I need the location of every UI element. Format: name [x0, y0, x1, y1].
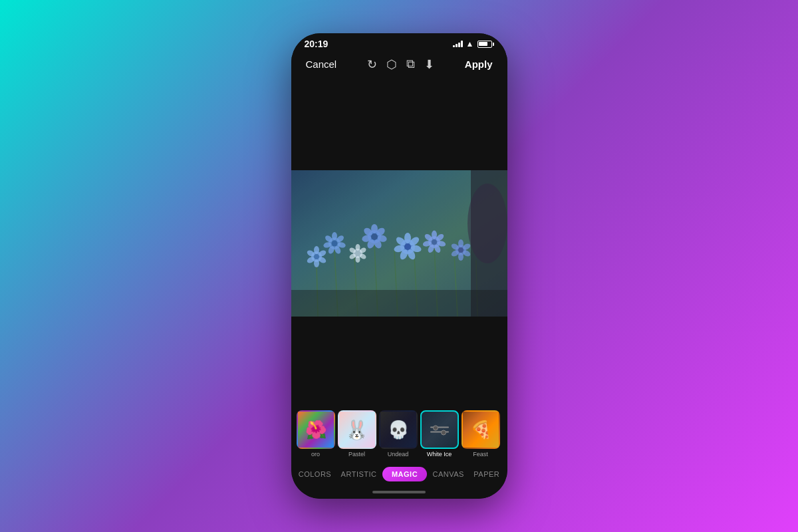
tab-paper[interactable]: PAPER — [469, 467, 503, 481]
filter-thumb-oro: 🌺 — [297, 410, 335, 449]
filter-pastel[interactable]: Pastel — [338, 410, 376, 458]
image-area — [291, 79, 507, 408]
white-ice-icon — [430, 427, 449, 433]
filter-thumb-pastel — [338, 410, 376, 449]
filter-oro[interactable]: 🌺 oro — [297, 410, 335, 458]
wifi-icon: ▲ — [466, 39, 474, 49]
filter-undead[interactable]: Undead — [379, 410, 418, 458]
toolbar: Cancel ↻ ⬡ ⧉ ⬇ Apply — [291, 52, 507, 79]
download-icon[interactable]: ⬇ — [424, 57, 434, 72]
eraser-icon[interactable]: ⬡ — [386, 57, 397, 72]
main-image — [291, 170, 507, 317]
tab-canvas[interactable]: CANVAS — [428, 467, 467, 481]
category-tabs: COLORS ARTISTIC MAGIC CANVAS PAPER — [291, 462, 507, 488]
status-bar: 20:19 ▲ — [291, 33, 507, 52]
status-icons: ▲ — [453, 39, 494, 49]
filter-white-ice[interactable]: White Ice — [420, 410, 459, 458]
filter-label-white-ice: White Ice — [427, 451, 452, 458]
layers-icon[interactable]: ⧉ — [406, 57, 415, 71]
svg-rect-72 — [291, 170, 507, 317]
tab-artistic[interactable]: ARTISTIC — [337, 467, 381, 481]
tab-magic[interactable]: MAGIC — [382, 467, 427, 481]
redo-icon[interactable]: ↻ — [367, 57, 377, 72]
cancel-button[interactable]: Cancel — [302, 56, 341, 72]
home-indicator — [291, 488, 507, 499]
status-time: 20:19 — [305, 39, 329, 49]
filter-thumb-feast — [462, 410, 500, 449]
filter-strip: 🌺 oro Pastel Undead White Ice — [291, 408, 507, 462]
filter-label-pastel: Pastel — [348, 451, 365, 458]
filter-label-feast: Feast — [473, 451, 488, 458]
filter-label-undead: Undead — [388, 451, 409, 458]
tab-colors[interactable]: COLORS — [295, 467, 335, 481]
phone-frame: 20:19 ▲ Cancel ↻ ⬡ ⧉ ⬇ Apply — [291, 33, 507, 499]
home-bar — [372, 491, 426, 493]
filter-feast[interactable]: Feast — [462, 410, 500, 458]
filter-thumb-white-ice — [420, 410, 459, 449]
signal-icon — [453, 41, 463, 47]
toolbar-icons: ↻ ⬡ ⧉ ⬇ — [367, 57, 434, 72]
apply-button[interactable]: Apply — [461, 56, 497, 72]
filter-thumb-undead — [379, 410, 418, 449]
battery-icon — [477, 41, 494, 48]
filter-label-oro: oro — [311, 451, 320, 458]
